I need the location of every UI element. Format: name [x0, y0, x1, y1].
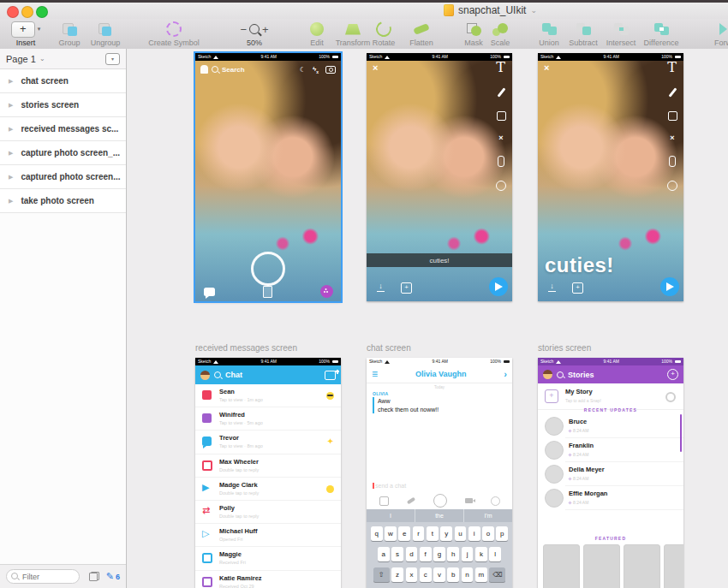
save-download-icon[interactable]: ↓: [548, 282, 556, 292]
night-mode-icon[interactable]: ☾: [300, 66, 306, 74]
canvas[interactable]: Sketch 9:41 AM 100% Search ☾ ϟx Sketch 9…: [127, 49, 728, 588]
scale-tool[interactable]: Scale: [481, 21, 519, 47]
timer-icon[interactable]: [496, 181, 506, 191]
ungroup-tool[interactable]: Ungroup: [83, 21, 128, 47]
chat-input[interactable]: send a chat: [373, 483, 406, 489]
scissors-icon[interactable]: ×: [670, 134, 674, 142]
key[interactable]: q: [371, 526, 383, 541]
close-icon[interactable]: ×: [544, 63, 549, 72]
message-row[interactable]: Winifred Tap to view · 5m ago: [195, 407, 341, 431]
key[interactable]: g: [433, 547, 445, 561]
sticker-icon[interactable]: [379, 496, 389, 506]
add-to-story-icon[interactable]: +: [572, 282, 583, 294]
create-symbol-tool[interactable]: Create Symbol: [140, 21, 208, 47]
artboard-stories-screen[interactable]: Sketch 9:41 AM 100% Stories + + My Story…: [538, 358, 683, 588]
suggestion[interactable]: the: [415, 509, 463, 522]
sidebar-item-received-messages-screen[interactable]: ▶ received messages sc...: [0, 117, 126, 141]
sidebar-item-chat-screen[interactable]: ▶ chat screen: [0, 69, 126, 93]
disclosure-icon[interactable]: ▶: [9, 102, 13, 109]
key[interactable]: u: [455, 526, 467, 541]
key[interactable]: t: [427, 526, 439, 541]
timer-icon[interactable]: [667, 181, 677, 191]
scissors-icon[interactable]: ×: [498, 134, 503, 142]
text-tool-icon[interactable]: T: [496, 61, 505, 74]
video-call-icon[interactable]: [465, 498, 473, 503]
forward-tool[interactable]: Forw: [704, 21, 728, 47]
suggestion[interactable]: I'm: [463, 509, 512, 522]
my-story-row[interactable]: + My Story Tap to add a Snap!: [538, 383, 683, 410]
zoom-in-button[interactable]: +: [262, 23, 269, 36]
sidebar-item-captured-photo-screen[interactable]: ▶ captured photo screen...: [0, 165, 126, 189]
flatten-tool[interactable]: Flatten: [400, 21, 443, 47]
key[interactable]: k: [475, 547, 487, 561]
key[interactable]: f: [420, 547, 432, 561]
zoom-window-button[interactable]: [36, 6, 48, 18]
camera-shutter-icon[interactable]: [433, 494, 447, 508]
document-title[interactable]: snapchat_UIkit ⌄: [444, 4, 537, 16]
key[interactable]: n: [462, 567, 474, 582]
add-to-story-icon[interactable]: +: [401, 282, 412, 294]
story-row[interactable]: Bruce 8:24 AM: [538, 414, 683, 438]
artboard-chat-screen[interactable]: Sketch 9:41 AM 100% ≡ Olivia Vaughn › To…: [367, 358, 512, 588]
flip-camera-icon[interactable]: [325, 66, 336, 74]
draw-pencil-icon[interactable]: [497, 87, 505, 97]
key[interactable]: i: [468, 526, 480, 541]
minimize-window-button[interactable]: [21, 6, 33, 18]
menu-icon[interactable]: ≡: [372, 369, 378, 379]
disclosure-icon[interactable]: ▶: [9, 78, 13, 85]
message-row[interactable]: Katie Ramirez Received Oct 29: [195, 571, 341, 588]
draw-pencil-icon[interactable]: [668, 87, 677, 97]
artboard-label-received-messages[interactable]: received messages screen: [195, 343, 297, 353]
emoji-icon[interactable]: [491, 496, 500, 506]
key[interactable]: b: [447, 567, 459, 582]
sticker-icon[interactable]: [497, 111, 506, 121]
page-header[interactable]: Page 1 ⌄ ▾: [0, 49, 126, 69]
key[interactable]: c: [420, 567, 432, 582]
key[interactable]: e: [398, 526, 410, 541]
story-row[interactable]: Effie Morgan 8:24 AM: [538, 486, 683, 510]
add-story-icon[interactable]: +: [667, 369, 678, 380]
message-row[interactable]: Max Wheeler Double tap to reply: [195, 454, 341, 478]
sticker-icon[interactable]: [668, 111, 677, 121]
message-row[interactable]: Sean Tap to view · 1m ago: [195, 384, 341, 407]
artboard-received-messages-screen[interactable]: Sketch 9:41 AM 100% Chat Sean Tap to vie…: [195, 358, 341, 588]
featured-card[interactable]: [624, 544, 660, 588]
chat-tab-icon[interactable]: [204, 288, 215, 296]
featured-card[interactable]: [543, 544, 580, 588]
zoom-tool[interactable]: − + 50%: [221, 21, 288, 47]
key[interactable]: w: [385, 526, 397, 541]
key[interactable]: x: [406, 567, 418, 582]
message-row[interactable]: ⇄ Polly Double tap to reply: [195, 501, 341, 524]
edit-pencil-icon[interactable]: ✎: [106, 571, 114, 582]
key[interactable]: p: [496, 526, 508, 541]
big-caption-text[interactable]: cuties!: [545, 253, 614, 277]
search-icon[interactable]: [557, 371, 564, 378]
flash-off-icon[interactable]: ϟx: [313, 65, 319, 74]
rotate-tool[interactable]: Rotate: [365, 21, 403, 47]
text-tool-icon[interactable]: T: [667, 61, 677, 74]
pages-panel-icon[interactable]: [89, 572, 99, 581]
search-icon[interactable]: [214, 371, 221, 378]
add-snap-icon[interactable]: +: [545, 389, 558, 403]
key[interactable]: m: [475, 567, 487, 582]
disclosure-icon[interactable]: ▶: [9, 198, 13, 205]
shift-key[interactable]: ⇧: [373, 567, 390, 582]
key[interactable]: z: [391, 567, 403, 582]
key[interactable]: l: [489, 547, 501, 561]
key[interactable]: v: [433, 567, 445, 582]
story-row[interactable]: Della Meyer 8:24 AM: [538, 462, 683, 486]
featured-card[interactable]: [664, 544, 683, 588]
key[interactable]: j: [462, 547, 474, 561]
artboard-label-stories[interactable]: stories screen: [538, 343, 591, 353]
message-row[interactable]: Trevor Tap to view · 8m ago ✦: [195, 431, 341, 454]
artboard-label-chat[interactable]: chat screen: [367, 343, 411, 353]
filter-field[interactable]: [6, 569, 80, 584]
paperclip-icon[interactable]: [498, 156, 504, 167]
message-row[interactable]: ▷ Michael Huff Opened Fri: [195, 524, 341, 547]
key[interactable]: s: [391, 547, 403, 561]
search-label[interactable]: Search: [222, 66, 245, 74]
shutter-button[interactable]: [251, 252, 285, 286]
close-icon[interactable]: ×: [373, 63, 378, 72]
sidebar-item-stories-screen[interactable]: ▶ stories screen: [0, 93, 126, 117]
paperclip-icon[interactable]: [669, 156, 676, 167]
